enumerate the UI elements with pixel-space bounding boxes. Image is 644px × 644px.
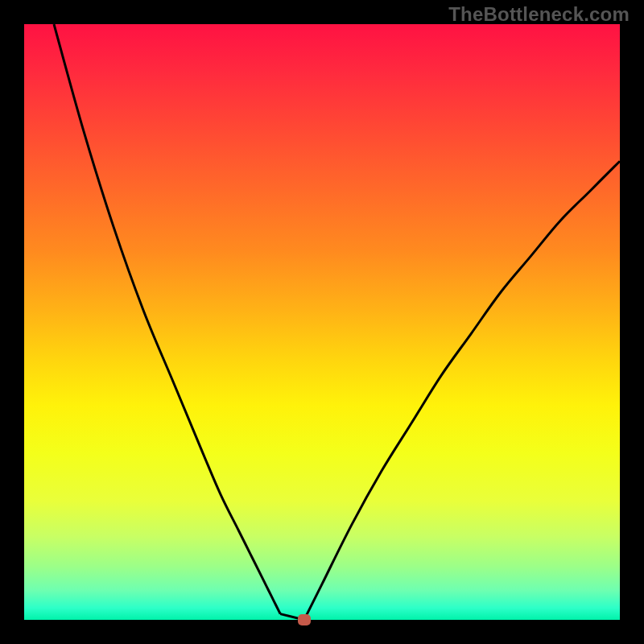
chart-frame: TheBottleneck.com [0,0,644,644]
watermark-text: TheBottleneck.com [448,3,630,26]
line-right [304,161,620,620]
curve-svg [24,24,620,620]
line-left [54,24,280,614]
valley-marker [298,614,311,625]
plot-area [24,24,620,620]
